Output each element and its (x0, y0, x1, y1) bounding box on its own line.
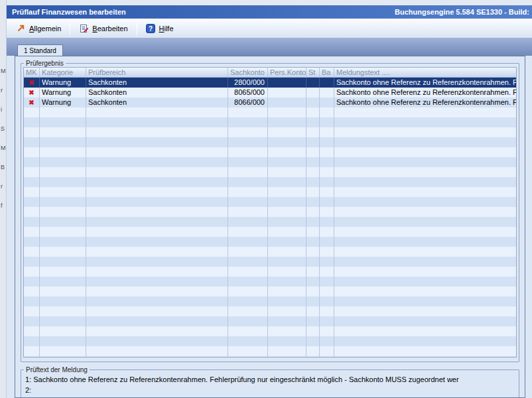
cell-sachkonto (228, 336, 268, 346)
toolbar-separator (137, 22, 137, 35)
column-header-mk[interactable]: MK (24, 68, 40, 77)
column-header-kategorie[interactable]: Kategorie (40, 68, 86, 77)
cell-ba (320, 237, 334, 247)
clipped-text-fragment: i (1, 106, 2, 113)
cell-st (306, 287, 320, 297)
empty-row (24, 227, 516, 237)
cell-ba (320, 297, 334, 306)
cell-ba (320, 346, 334, 356)
cell-ba (320, 157, 334, 167)
cell-st (306, 277, 320, 287)
cell-kategorie (40, 177, 86, 187)
message-line-2: 2: (21, 384, 519, 395)
cell-meldungstext (334, 227, 516, 237)
cell-mk (24, 147, 40, 157)
cell-sachkonto (228, 147, 268, 157)
edit-note-icon (79, 23, 89, 33)
empty-row (24, 127, 516, 137)
cell-sachkonto (228, 107, 268, 117)
cell-pruefbereich (86, 197, 228, 207)
empty-row (24, 187, 516, 197)
cell-ba (320, 78, 334, 88)
result-row[interactable]: ✖WarnungSachkonten8065/000Sachkonto ohne… (24, 88, 516, 98)
cell-st (306, 127, 320, 137)
cell-st (306, 137, 320, 147)
cell-st (306, 306, 320, 316)
cell-kategorie (40, 277, 86, 287)
clipped-text-fragment: M (1, 145, 6, 151)
cell-pruefbereich (86, 177, 228, 187)
cell-pruefbereich: Sachkonten (86, 78, 228, 88)
cell-ba (320, 117, 334, 127)
empty-row (24, 197, 516, 207)
column-header-st[interactable]: St (306, 68, 320, 77)
column-header-meldungstext[interactable]: Meldungstext .... (334, 68, 516, 77)
toolbar-separator (70, 22, 70, 35)
tab-standard[interactable]: 1 Standard (17, 44, 63, 56)
cell-meldungstext (334, 137, 516, 147)
bearbeiten-button[interactable]: Bearbeiten (74, 21, 133, 36)
column-header-ba[interactable]: Ba (320, 68, 334, 77)
cell-kategorie (40, 197, 86, 207)
allgemein-button[interactable]: Allgemein (11, 21, 66, 36)
svg-text:?: ? (149, 25, 153, 32)
cell-pers-konto (268, 297, 306, 306)
cell-st (306, 227, 320, 237)
cell-mk: ✖ (24, 78, 40, 88)
cell-ba (320, 277, 334, 287)
cell-meldungstext: Sachkonto ohne Referenz zu Referenzkonte… (334, 88, 516, 98)
window-title: Prüflauf Finanzwesen bearbeiten (12, 8, 395, 16)
cell-mk (24, 107, 40, 117)
cell-pruefbereich: Sachkonten (86, 88, 228, 98)
cell-pers-konto (268, 326, 306, 336)
cell-mk (24, 157, 40, 167)
cell-sachkonto (228, 127, 268, 137)
cell-pers-konto (268, 267, 306, 277)
titlebar[interactable]: Prüflauf Finanzwesen bearbeiten Buchungs… (7, 5, 532, 19)
cell-pers-konto (268, 197, 306, 207)
cell-pers-konto (268, 157, 306, 167)
cell-ba (320, 257, 334, 267)
cell-ba (320, 197, 334, 207)
cell-mk (24, 177, 40, 187)
cell-ba (320, 287, 334, 297)
error-x-icon: ✖ (29, 89, 34, 96)
cell-meldungstext (334, 326, 516, 336)
cell-pruefbereich (86, 326, 228, 336)
cell-pruefbereich (86, 107, 228, 117)
cell-mk (24, 257, 40, 267)
cell-meldungstext (334, 197, 516, 207)
cell-st (306, 267, 320, 277)
cell-mk (24, 346, 40, 356)
cell-pruefbereich (86, 217, 228, 227)
cell-ba (320, 127, 334, 137)
result-row[interactable]: ✖WarnungSachkonten8066/000Sachkonto ohne… (24, 98, 516, 107)
empty-row (24, 356, 516, 358)
cell-mk (24, 277, 40, 287)
cell-sachkonto: 8065/000 (228, 88, 268, 98)
result-row[interactable]: ✖WarnungSachkonten2800/000Sachkonto ohne… (24, 78, 516, 88)
cell-mk (24, 287, 40, 297)
clipped-text-fragment: f (1, 202, 3, 209)
cell-st (306, 336, 320, 346)
cell-kategorie (40, 336, 86, 346)
cell-meldungstext (334, 157, 516, 167)
column-header-prüfbereich[interactable]: Prüfbereich (86, 68, 228, 77)
cell-kategorie (40, 297, 86, 306)
cell-kategorie (40, 267, 86, 277)
cell-sachkonto (228, 356, 268, 358)
cell-pruefbereich (86, 167, 228, 177)
cell-meldungstext (334, 167, 516, 177)
cell-sachkonto (228, 326, 268, 336)
cell-pruefbereich (86, 117, 228, 127)
bearbeiten-label: Bearbeiten (92, 25, 127, 33)
column-header-pers-konto[interactable]: Pers.Konto (268, 68, 306, 77)
hilfe-button[interactable]: ? Hilfe (141, 21, 179, 36)
column-header-sachkonto[interactable]: Sachkonto (228, 68, 268, 77)
cell-pers-konto (268, 167, 306, 177)
empty-row (24, 336, 516, 346)
cell-kategorie (40, 137, 86, 147)
empty-row (24, 267, 516, 277)
empty-row (24, 277, 516, 287)
cell-kategorie (40, 287, 86, 297)
